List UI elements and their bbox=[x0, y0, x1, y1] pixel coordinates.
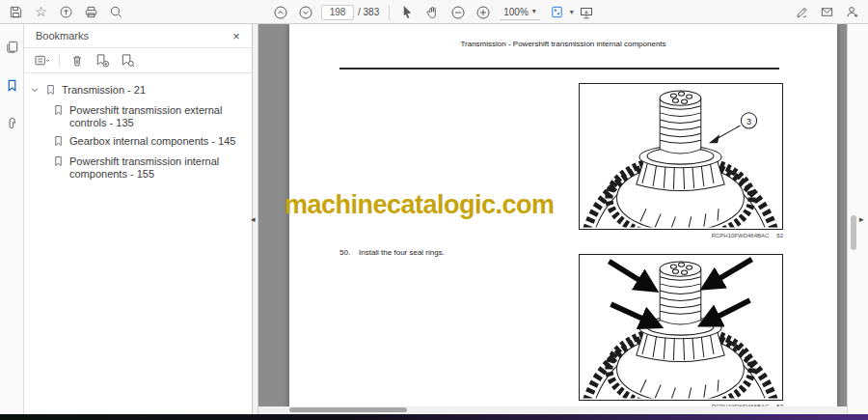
section-divider bbox=[339, 68, 779, 70]
page-thumbnails-icon[interactable] bbox=[0, 36, 24, 58]
horizontal-scrollbar-thumb[interactable] bbox=[289, 407, 407, 412]
bookmark-icon bbox=[53, 135, 66, 150]
star-icon[interactable]: ☆ bbox=[29, 1, 53, 23]
bookmark-options-icon[interactable] bbox=[32, 51, 51, 70]
chevron-down-icon[interactable] bbox=[30, 85, 43, 98]
close-icon[interactable]: × bbox=[229, 29, 244, 43]
hand-tool-icon[interactable] bbox=[420, 1, 445, 23]
step-text: Install the four seal rings. bbox=[359, 248, 445, 257]
share-icon[interactable] bbox=[54, 1, 78, 23]
bookmarks-tree: Transmission - 21 Powershift transmissio… bbox=[24, 73, 252, 183]
presentation-mode-icon[interactable] bbox=[575, 1, 599, 23]
zoom-level-value: 100% bbox=[503, 7, 529, 17]
delete-bookmark-icon[interactable] bbox=[68, 51, 87, 70]
bookmark-label: Transmission - 21 bbox=[62, 84, 246, 97]
instruction-step: 50. Install the four seal rings. bbox=[339, 248, 445, 257]
figure-1-caption: RCPH10FWD464BAC 52 bbox=[579, 233, 783, 238]
select-tool-icon[interactable] bbox=[395, 1, 420, 23]
callout-3-label: 3 bbox=[746, 117, 751, 126]
right-scroll-strip: ▸ bbox=[847, 24, 868, 414]
page-number-input[interactable] bbox=[321, 5, 354, 20]
pdf-page: Transmission - Powershift transmission i… bbox=[289, 24, 837, 414]
zoom-in-icon[interactable] bbox=[471, 1, 495, 23]
search-icon[interactable] bbox=[104, 1, 128, 23]
print-icon[interactable] bbox=[79, 1, 103, 23]
toolbar-divider bbox=[389, 5, 390, 20]
bookmark-icon bbox=[53, 155, 66, 170]
panel-toolbar-divider bbox=[59, 54, 60, 68]
bookmark-icon bbox=[45, 84, 58, 98]
taskbar-edge bbox=[0, 414, 868, 420]
bookmark-item-gearbox-internal[interactable]: Gearbox internal components - 145 bbox=[24, 132, 252, 153]
vertical-scrollbar-thumb[interactable] bbox=[851, 215, 856, 250]
previous-page-icon[interactable] bbox=[268, 1, 292, 23]
step-number: 50. bbox=[339, 248, 359, 257]
bookmark-item-internal-components[interactable]: Powershift transmission internal compone… bbox=[24, 153, 252, 183]
watermark-text: machinecatalogic.com bbox=[285, 190, 555, 220]
email-icon[interactable] bbox=[815, 1, 839, 23]
zoom-out-icon[interactable] bbox=[446, 1, 470, 23]
bookmarks-panel-title: Bookmarks bbox=[36, 30, 229, 42]
chevron-down-icon[interactable]: ▾ bbox=[570, 9, 574, 16]
zoom-level-dropdown[interactable]: 100% ▾ bbox=[500, 5, 540, 20]
bookmark-label: Gearbox internal components - 145 bbox=[69, 135, 246, 148]
bookmark-item-transmission[interactable]: Transmission - 21 bbox=[24, 81, 252, 101]
bookmarks-panel: Bookmarks × bbox=[24, 24, 253, 414]
figure-gear-assembly-2 bbox=[579, 254, 783, 401]
next-page-icon[interactable] bbox=[293, 1, 317, 23]
collapse-panel-icon[interactable]: ◂ bbox=[251, 214, 256, 224]
toolbar-left-group: ☆ bbox=[0, 1, 128, 23]
expand-panel-icon[interactable]: ▸ bbox=[859, 214, 864, 224]
bookmark-label: Powershift transmission internal compone… bbox=[69, 155, 246, 181]
attachments-icon[interactable] bbox=[0, 113, 24, 135]
bookmark-icon bbox=[53, 104, 66, 119]
figure-number: 52 bbox=[776, 233, 783, 238]
bookmarks-panel-header: Bookmarks × bbox=[24, 24, 252, 48]
figure-code: RCPH10FWD464BAC bbox=[712, 233, 770, 238]
toolbar-center-group: / 383 bbox=[268, 0, 599, 24]
page-display-icon[interactable] bbox=[545, 1, 569, 23]
figure-gear-assembly-1: 3 bbox=[579, 83, 783, 230]
toolbar-right-group bbox=[790, 0, 864, 24]
top-toolbar: ☆ bbox=[0, 0, 868, 24]
new-bookmark-icon[interactable] bbox=[93, 51, 112, 70]
account-icon[interactable] bbox=[840, 1, 864, 23]
chevron-down-icon: ▾ bbox=[532, 8, 536, 15]
save-icon[interactable] bbox=[4, 1, 28, 23]
horizontal-scrollbar[interactable] bbox=[258, 406, 847, 414]
page-section-title: Transmission - Powershift transmission i… bbox=[289, 40, 837, 48]
pdf-viewer-window: ☆ bbox=[0, 0, 868, 420]
fill-sign-icon[interactable] bbox=[790, 1, 814, 23]
bookmarks-panel-icon[interactable] bbox=[0, 74, 24, 97]
bookmarks-toolbar bbox=[24, 48, 252, 73]
left-navigation-rail bbox=[0, 24, 24, 414]
bookmark-item-external-controls[interactable]: Powershift transmission external control… bbox=[24, 101, 252, 132]
page-count-label: / 383 bbox=[358, 7, 379, 17]
bookmark-label: Powershift transmission external control… bbox=[69, 104, 246, 129]
document-canvas[interactable]: Transmission - Powershift transmission i… bbox=[258, 24, 847, 414]
expand-current-bookmark-icon[interactable] bbox=[118, 51, 137, 70]
